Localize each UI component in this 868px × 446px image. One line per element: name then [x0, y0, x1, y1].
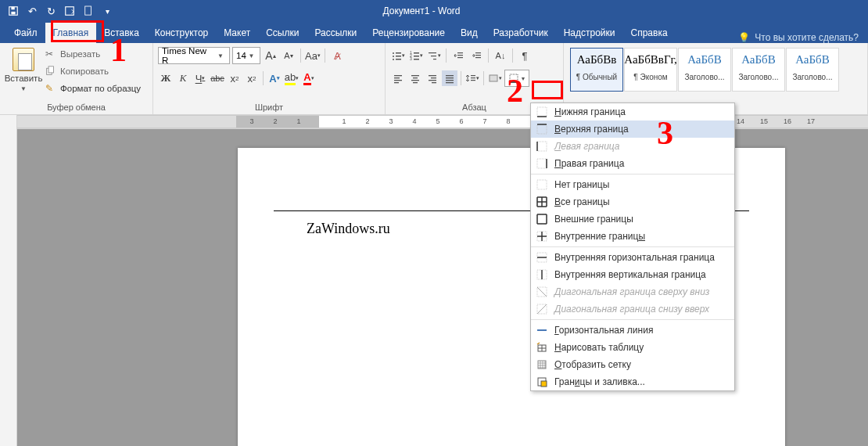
- svg-rect-25: [475, 52, 481, 53]
- svg-rect-52: [537, 124, 547, 134]
- font-color-button[interactable]: A▾: [301, 70, 317, 86]
- show-marks-button[interactable]: ¶: [517, 48, 533, 63]
- svg-rect-31: [394, 82, 399, 83]
- tab-design[interactable]: Конструктор: [147, 23, 216, 43]
- tab-developer[interactable]: Разработчик: [486, 23, 556, 43]
- undo-icon[interactable]: ↶: [23, 2, 41, 20]
- superscript-button[interactable]: x2: [244, 70, 260, 86]
- document-area[interactable]: ZaWindows.ru: [17, 129, 868, 446]
- svg-rect-1: [11, 12, 15, 15]
- border-menu-item[interactable]: Внешние границы: [531, 210, 734, 228]
- subscript-button[interactable]: x2: [227, 70, 242, 86]
- border-menu-item[interactable]: Внутренняя горизонтальная граница: [531, 249, 734, 266]
- border-menu-item[interactable]: Внутренние границы: [531, 228, 734, 245]
- font-name-combo[interactable]: Times New R▼: [158, 47, 230, 64]
- svg-rect-6: [48, 67, 54, 73]
- svg-rect-66: [537, 214, 547, 224]
- highlight-button[interactable]: ab▾: [284, 70, 299, 86]
- shading-button[interactable]: ▾: [487, 70, 503, 86]
- increase-indent-button[interactable]: [468, 48, 484, 63]
- bullets-button[interactable]: ▾: [390, 48, 406, 63]
- justify-button[interactable]: [442, 70, 457, 86]
- ruler-strip[interactable]: 3 2 1 1 2 3 4 5 6 7 8 14 15 16 17: [17, 115, 868, 128]
- document-text[interactable]: ZaWindows.ru: [307, 221, 390, 237]
- style-item[interactable]: АаБбВЗаголово...: [678, 48, 731, 92]
- cut-button[interactable]: ✂ Вырезать: [45, 46, 141, 62]
- underline-button[interactable]: Ч▾: [192, 70, 208, 86]
- numbering-button[interactable]: 123▾: [408, 48, 424, 63]
- style-item[interactable]: АаБбВЗаголово...: [732, 48, 785, 92]
- italic-button[interactable]: К: [175, 70, 191, 86]
- shrink-font-icon[interactable]: A▾: [281, 48, 296, 63]
- new-doc-icon[interactable]: [80, 2, 97, 20]
- paintbrush-icon: ✎: [45, 83, 56, 94]
- qat-dropdown-icon[interactable]: ▾: [99, 2, 116, 20]
- border-menu-item[interactable]: Горизонтальная линия: [531, 322, 734, 339]
- font-size-combo[interactable]: 14▼: [232, 47, 260, 64]
- svg-rect-34: [411, 80, 419, 81]
- tab-file[interactable]: Файл: [6, 23, 45, 43]
- tab-references[interactable]: Ссылки: [258, 23, 307, 43]
- svg-rect-42: [446, 80, 454, 81]
- svg-rect-12: [396, 59, 401, 60]
- tell-me-search[interactable]: 💡 Что вы хотите сделать?: [738, 32, 868, 43]
- group-clipboard: Вставить ▼ ✂ Вырезать Копировать ✎ Форма…: [0, 43, 153, 114]
- svg-rect-18: [414, 59, 419, 60]
- svg-rect-26: [475, 55, 481, 56]
- save-as-icon[interactable]: [61, 2, 78, 20]
- border-menu-item[interactable]: Границы и заливка...: [531, 373, 734, 390]
- clear-formatting-icon[interactable]: A̷: [329, 48, 345, 63]
- align-left-button[interactable]: [390, 70, 406, 86]
- tab-home[interactable]: Главная: [45, 23, 97, 43]
- svg-rect-47: [490, 75, 497, 81]
- line-spacing-button[interactable]: ▾: [464, 70, 480, 86]
- tab-view[interactable]: Вид: [453, 23, 486, 43]
- bold-button[interactable]: Ж: [158, 70, 174, 86]
- border-menu-item[interactable]: Правая граница: [531, 155, 734, 172]
- strikethrough-button[interactable]: abc: [210, 70, 225, 86]
- window-title: Документ1 - Word: [116, 5, 727, 16]
- border-menu-item[interactable]: Все границы: [531, 193, 734, 210]
- ribbon-tabs: Файл Главная Вставка Конструктор Макет С…: [0, 22, 868, 43]
- border-menu-item[interactable]: Нижняя граница: [531, 103, 734, 120]
- svg-rect-27: [475, 57, 481, 58]
- ruler-vertical[interactable]: [0, 129, 17, 446]
- style-item[interactable]: АаБбВвГг,¶ Эконом: [624, 48, 677, 92]
- style-item[interactable]: АаБбВЗаголово...: [786, 48, 839, 92]
- save-icon[interactable]: [5, 2, 22, 20]
- decrease-indent-button[interactable]: [450, 48, 466, 63]
- copy-button[interactable]: Копировать: [45, 63, 141, 79]
- grow-font-icon[interactable]: A▴: [263, 48, 278, 63]
- style-item[interactable]: АаБбВв¶ Обычный: [570, 48, 623, 92]
- align-right-button[interactable]: [425, 70, 440, 86]
- border-menu-item[interactable]: Верхняя граница: [531, 120, 734, 138]
- tab-review[interactable]: Рецензирование: [364, 23, 453, 43]
- svg-rect-86: [541, 381, 547, 387]
- border-menu-item[interactable]: Отобразить сетку: [531, 356, 734, 373]
- border-type-icon: [536, 376, 548, 388]
- svg-rect-58: [537, 180, 547, 189]
- tab-help[interactable]: Справка: [623, 23, 676, 43]
- text-effects-button[interactable]: A▾: [267, 70, 282, 86]
- border-menu-item[interactable]: Нарисовать таблицу: [531, 339, 734, 356]
- group-font: Times New R▼ 14▼ A▴ A▾ Aa▾ A̷ Ж К Ч▾ abc…: [153, 43, 386, 114]
- multilevel-list-button[interactable]: ▾: [426, 48, 442, 63]
- tab-mailings[interactable]: Рассылки: [307, 23, 364, 43]
- border-menu-item[interactable]: Нет границы: [531, 176, 734, 193]
- change-case-button[interactable]: Aa▾: [305, 48, 321, 63]
- format-painter-button[interactable]: ✎ Формат по образцу: [45, 81, 141, 96]
- tab-layout[interactable]: Макет: [216, 23, 258, 43]
- group-label-font: Шрифт: [153, 101, 385, 114]
- align-center-button[interactable]: [407, 70, 423, 86]
- annotation-2: 2: [507, 72, 523, 110]
- svg-point-11: [393, 59, 394, 60]
- svg-text:3: 3: [410, 56, 412, 61]
- paste-button[interactable]: Вставить ▼: [5, 46, 42, 101]
- svg-point-9: [393, 56, 394, 57]
- border-type-icon: [536, 303, 548, 315]
- sort-button[interactable]: A↓: [493, 48, 508, 63]
- tab-addins[interactable]: Надстройки: [556, 23, 623, 43]
- annotation-3: 3: [657, 114, 673, 152]
- redo-icon[interactable]: ↻: [42, 2, 59, 20]
- border-menu-item[interactable]: Внутренняя вертикальная граница: [531, 266, 734, 283]
